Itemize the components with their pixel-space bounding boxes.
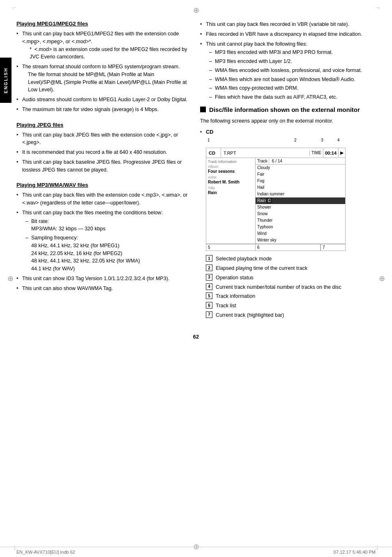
- jpeg-heading: Playing JPEG files: [16, 122, 188, 128]
- cd-display-label: CD: [206, 148, 221, 158]
- artist-label: Artist: [208, 175, 254, 179]
- list-item: WMA files copy-protected with DRM.: [209, 84, 384, 92]
- cd-bottom-row: 5 6 7: [206, 244, 345, 251]
- legend-num-1: 1: [206, 255, 212, 262]
- legend-num-7: 7: [206, 311, 212, 318]
- cd-top-bar: CD T.RPT TIME 00:14 ▶: [206, 148, 345, 158]
- artist-value: Robert M. Smith: [208, 180, 254, 184]
- legend-num-6: 6: [206, 302, 212, 309]
- legend-item: 5 Track information: [206, 292, 384, 300]
- legend-text-6: Track list: [216, 302, 236, 310]
- legend-num-4: 4: [206, 283, 212, 290]
- mp3-section: Playing MP3/WMA/WAV files This unit can …: [16, 182, 188, 292]
- legend-item: 7 Current track (highlighted bar): [206, 311, 384, 319]
- right-top-list: This unit can play back files recorded i…: [200, 21, 384, 101]
- list-item: MP3 files encoded with MP3i and MP3 PRO …: [209, 49, 384, 56]
- legend-num-5: 5: [206, 292, 212, 299]
- legend-item: 3 Operation status: [206, 274, 384, 282]
- title-value: Rain: [208, 190, 254, 195]
- num-2-above: 2: [294, 138, 297, 142]
- list-item: This unit can also show WAV/WMA Tag.: [16, 285, 188, 292]
- list-item: Files which have the data such as AIFF, …: [209, 93, 384, 101]
- black-square-icon: [200, 107, 206, 112]
- cannot-play-list: MP3 files encoded with MP3i and MP3 PRO …: [209, 49, 384, 101]
- track-item: Cloudy: [256, 165, 345, 171]
- jpeg-section: Playing JPEG files This unit can play ba…: [16, 122, 188, 174]
- list-item: The stream format should conform to MPEG…: [16, 63, 188, 94]
- indent-text: The file format should be MP@ML (Main Pr…: [28, 71, 188, 94]
- crosshair-right: ⊕: [378, 274, 386, 283]
- cd-label-bullet: CD: [206, 129, 213, 135]
- english-label: ENGLISH: [3, 67, 8, 93]
- list-item: This unit can play back baseline JPEG fi…: [16, 158, 188, 174]
- album-value: Four seasons: [208, 169, 254, 174]
- crosshair-top: ⊕: [192, 6, 200, 14]
- legend-text-5: Track information: [216, 292, 255, 300]
- track-item-highlighted: RainC: [256, 197, 345, 204]
- corner-tl: ⌐: [12, 4, 16, 12]
- legend-text-7: Current track (highlighted bar): [216, 311, 284, 319]
- track-item: Thunder: [256, 217, 345, 224]
- legend-num-3: 3: [206, 274, 212, 281]
- legend-text-1: Selected playback mode: [216, 255, 272, 263]
- sub-list: Bit rate:MP3/WMA: 32 kbps — 320 kbps Sam…: [25, 218, 188, 273]
- cd-list-item: CD: [200, 128, 384, 136]
- page-number: 62: [0, 334, 392, 340]
- mp3-list: This unit can play back files with the e…: [16, 191, 188, 292]
- page-container: ⊕ ⊕ ⊕ ⊕ ⌐ ¬ └ ┘ ENGLISH Playing MPEG1/MP…: [0, 0, 392, 557]
- cd-display-wrapper: 1 2 3 4 CD T.RPT TIME 00:14 ▶: [206, 138, 346, 251]
- disc-section-title: Disc/file information shown on the exter…: [209, 105, 360, 114]
- list-item: This unit cannot play back the following…: [200, 40, 384, 101]
- disc-section: Disc/file information shown on the exter…: [200, 105, 384, 319]
- legend-item: 6 Track list: [206, 302, 384, 310]
- track-item: Wind: [256, 230, 345, 237]
- cd-bottom-num-6: 6: [256, 244, 321, 251]
- cd-time-label: TIME: [310, 148, 323, 158]
- list-item: Sampling frequency:48 kHz, 44.1 kHz, 32 …: [25, 234, 188, 273]
- mpeg-section: Playing MPEG1/MPEG2 files This unit can …: [16, 21, 188, 114]
- list-item: Bit rate:MP3/WMA: 32 kbps — 320 kbps: [25, 218, 188, 233]
- track-item: Typhoon: [256, 224, 345, 230]
- list-item: This unit can show ID3 Tag Version 1.0/1…: [16, 275, 188, 283]
- list-item: The maximum bit rate for video signals (…: [16, 106, 188, 114]
- list-item: This unit can play back the files meetin…: [16, 209, 188, 273]
- english-sidebar: ENGLISH: [0, 58, 12, 103]
- track-item: Fair: [256, 171, 345, 178]
- mpeg-list: This unit can play back MPEG1/MPEG2 file…: [16, 30, 188, 114]
- legend-item: 4 Current track number/total number of t…: [206, 283, 384, 291]
- cd-track-header: Track : 6 / 14: [256, 158, 345, 165]
- cd-track-list: Cloudy Fair Fog Hail Indian summer RainC…: [256, 165, 345, 244]
- track-item: Winter sky: [256, 237, 345, 244]
- cd-numbers-above: 1 2 3 4: [206, 138, 346, 144]
- disc-intro: The following screens appear only on the…: [200, 117, 384, 125]
- legend-text-3: Operation status: [216, 274, 254, 282]
- track-item: Hail: [256, 184, 345, 191]
- num-4-above: 4: [337, 138, 340, 142]
- list-item: WMA files which are not based upon Windo…: [209, 76, 384, 84]
- track-item: Snow: [256, 211, 345, 217]
- track-item: Shower: [256, 204, 345, 211]
- list-item: MP3 files encoded with Layer 1/2.: [209, 58, 384, 65]
- bottom-bar: EN_KW-AVX710[EU].indb 62 07.12.17 5:46:4…: [0, 547, 392, 557]
- legend-num-2: 2: [206, 265, 212, 271]
- crosshair-left: ⊕: [6, 274, 14, 283]
- list-item: It is recommended that you record a file…: [16, 149, 188, 156]
- right-column: This unit can play back files recorded i…: [196, 21, 384, 325]
- cd-body: Track Information Album Four seasons Art…: [206, 158, 345, 244]
- num-3-above: 3: [321, 138, 323, 142]
- list-item: This unit can play back MPEG1/MPEG2 file…: [16, 30, 188, 61]
- track-item: Fog: [256, 178, 345, 184]
- corner-tr: ¬: [376, 4, 380, 12]
- list-item: This unit can play back files recorded i…: [200, 21, 384, 28]
- content-area: Playing MPEG1/MPEG2 files This unit can …: [16, 8, 384, 325]
- cd-time-value: 00:14: [323, 148, 339, 158]
- cd-display: CD T.RPT TIME 00:14 ▶ Track Information …: [206, 148, 346, 251]
- jpeg-list: This unit can play back JPEG files with …: [16, 131, 188, 174]
- legend-text-2: Elapsed playing time of the current trac…: [216, 265, 307, 272]
- list-item: This unit can play back files with the e…: [16, 191, 188, 207]
- list-item: WMA files encoded with lossless, profess…: [209, 67, 384, 74]
- list-item: This unit can play back JPEG files with …: [16, 131, 188, 147]
- title-label: Title: [208, 186, 254, 190]
- star-note: * <.mod> is an extension code used for t…: [30, 46, 188, 61]
- legend-text-4: Current track number/total number of tra…: [216, 283, 341, 291]
